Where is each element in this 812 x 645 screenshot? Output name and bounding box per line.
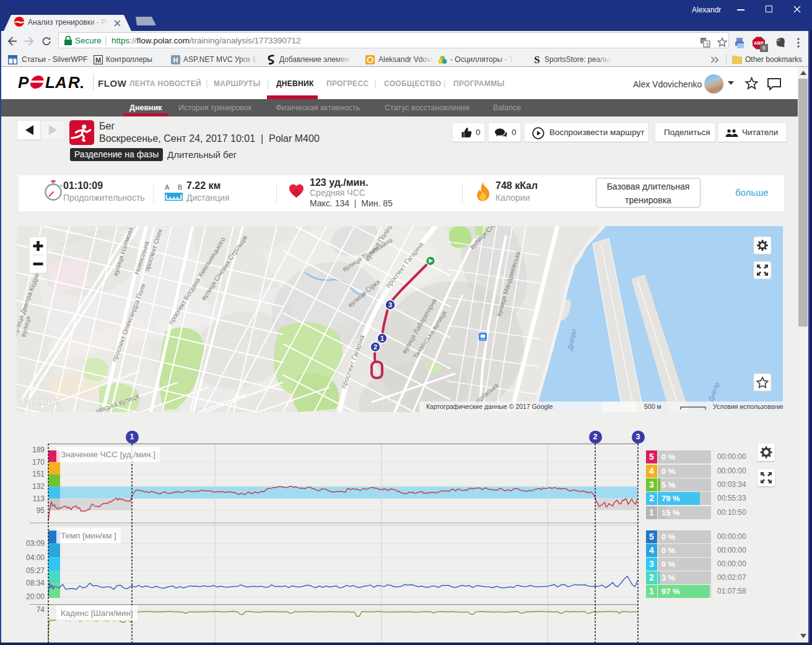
svg-text:M: M <box>95 56 101 64</box>
svg-text:500 м: 500 м <box>644 403 661 410</box>
svg-text:H: H <box>173 56 178 64</box>
svg-text:Условия использования: Условия использования <box>713 403 783 410</box>
svg-text:文: 文 <box>705 42 710 48</box>
svg-text:A: A <box>55 74 67 91</box>
svg-text:S: S <box>534 55 539 65</box>
svg-text:L: L <box>45 74 55 91</box>
svg-text:1: 1 <box>380 335 384 342</box>
svg-text:3: 3 <box>388 301 392 309</box>
svg-text:P: P <box>18 74 29 91</box>
svg-text:R: R <box>68 74 80 91</box>
svg-text:Картографические данные © 2017: Картографические данные © 2017 Google <box>426 403 553 410</box>
svg-text:Google: Google <box>22 395 60 407</box>
svg-text:2: 2 <box>373 343 377 351</box>
